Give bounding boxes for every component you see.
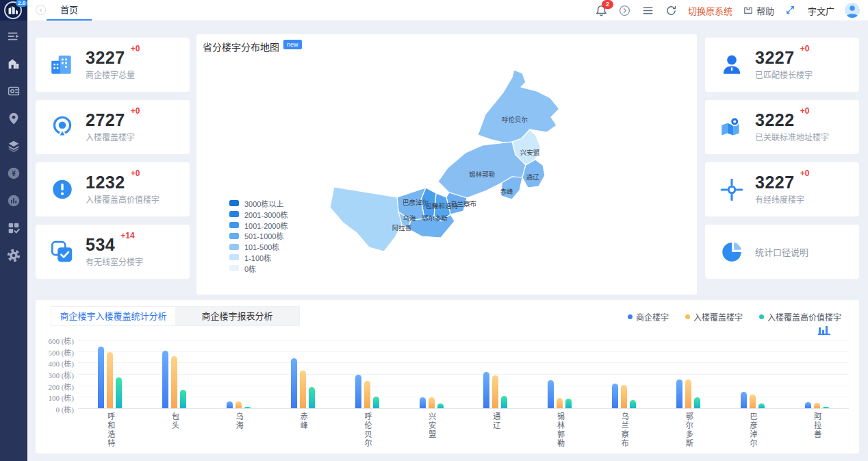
- bar-入楼覆盖高价值楼宇[interactable]: [244, 407, 251, 409]
- bar-group-呼伦贝尔: 呼伦贝尔: [335, 340, 399, 408]
- bar-商企楼宇[interactable]: [741, 392, 747, 408]
- stat-card-geocoded[interactable]: 3227 +0 有经纬度楼宇: [705, 162, 859, 216]
- legend-item-high-value[interactable]: 入楼覆盖高价值楼宇: [759, 311, 841, 323]
- stat-card-total-buildings[interactable]: 3227 +0 商企楼宇总量: [36, 38, 190, 92]
- collapse-tabs-icon[interactable]: ‹: [36, 5, 46, 15]
- bar-入楼覆盖高价值楼宇[interactable]: [565, 399, 572, 408]
- map-region-label: 巴彦淖尔: [403, 199, 429, 206]
- stat-card-high-value[interactable]: 1232 +0 入楼覆盖高价值楼宇: [36, 162, 190, 216]
- bar-商企楼宇[interactable]: [420, 397, 426, 408]
- legend-dot: [759, 314, 764, 319]
- pie-chart-icon: [719, 239, 745, 265]
- tab-home[interactable]: 首页: [47, 0, 92, 21]
- bar-商企楼宇[interactable]: [227, 401, 233, 408]
- bar-商企楼宇[interactable]: [676, 379, 682, 409]
- map-legend-item: 1-100栋: [229, 252, 288, 263]
- bar-入楼覆盖楼宇[interactable]: [621, 385, 627, 408]
- bar-入楼覆盖楼宇[interactable]: [685, 379, 691, 409]
- map-title: 省分楼宇分布地图: [203, 40, 279, 53]
- map-region-hulunbuir[interactable]: [478, 70, 559, 142]
- stat-card-statistics-note[interactable]: 统计口径说明: [705, 225, 859, 279]
- notification-bell-icon[interactable]: 2: [595, 4, 608, 17]
- bar-商企楼宇[interactable]: [612, 384, 618, 408]
- app-logo[interactable]: 2.0: [0, 0, 27, 21]
- sidebar-item-buildings-icon[interactable]: [6, 56, 21, 71]
- guide-arrow-icon[interactable]: [618, 4, 631, 17]
- switch-system-link[interactable]: 切换原系统: [688, 4, 732, 17]
- province-map[interactable]: 呼伦贝尔兴安盟锡林郭勒通辽赤峰乌兰察布呼和浩特包头巴彦淖尔鄂尔多斯乌海阿拉善: [294, 51, 582, 257]
- bar-group-锡林郭勒: 锡林郭勒: [528, 340, 592, 408]
- x-axis-label: 锡林郭勒: [556, 412, 564, 448]
- stat-value: 3227: [755, 174, 795, 191]
- bar-商企楼宇[interactable]: [291, 358, 297, 408]
- bar-入楼覆盖楼宇[interactable]: [171, 356, 177, 408]
- stat-card-coverage[interactable]: 2727 +0 入楼覆盖楼宇: [36, 100, 190, 154]
- y-axis-tick: 200 (栋): [37, 381, 74, 392]
- sidebar-item-currency-icon[interactable]: ¥: [6, 166, 21, 181]
- legend-item-enterprise[interactable]: 商企楼宇: [628, 311, 669, 323]
- bar-入楼覆盖高价值楼宇[interactable]: [309, 387, 315, 408]
- bar-商企楼宇[interactable]: [548, 380, 554, 408]
- bar-入楼覆盖楼宇[interactable]: [750, 395, 756, 408]
- right-stat-cards: 3227 +0 已匹配楼长楼宇 3222 +0 已关联标准地址楼宇 3227 +…: [705, 38, 859, 287]
- bar-入楼覆盖楼宇[interactable]: [429, 397, 435, 408]
- bar-group-鄂尔多斯: 鄂尔多斯: [656, 340, 720, 408]
- sidebar-item-apps-check-icon[interactable]: [6, 221, 21, 236]
- map-region-label: 锡林郭勒: [469, 171, 495, 178]
- bar-商企楼宇[interactable]: [98, 347, 104, 408]
- bar-商企楼宇[interactable]: [805, 402, 811, 408]
- bar-group-阿拉善: 阿拉善: [784, 340, 849, 408]
- bar-入楼覆盖高价值楼宇[interactable]: [694, 397, 700, 408]
- sidebar-item-settings-gear-icon[interactable]: [6, 248, 21, 263]
- bar-商企楼宇[interactable]: [483, 372, 489, 408]
- menu-hamburger-icon[interactable]: [641, 4, 654, 17]
- sidebar-item-card-icon[interactable]: [6, 84, 21, 99]
- bar-group-通辽: 通辽: [463, 340, 528, 408]
- bar-入楼覆盖高价值楼宇[interactable]: [180, 390, 186, 408]
- bar-入楼覆盖楼宇[interactable]: [557, 398, 563, 408]
- map-region-alxa[interactable]: [330, 187, 402, 251]
- bar-入楼覆盖高价值楼宇[interactable]: [116, 377, 122, 408]
- stat-card-std-address[interactable]: 3222 +0 已关联标准地址楼宇: [705, 100, 859, 154]
- map-region-label: 兴安盟: [520, 149, 540, 156]
- bar-商企楼宇[interactable]: [355, 375, 361, 408]
- bar-入楼覆盖高价值楼宇[interactable]: [437, 403, 444, 409]
- stat-label: 统计口径说明: [755, 245, 808, 258]
- fullscreen-expand-icon[interactable]: [784, 4, 797, 17]
- refresh-icon[interactable]: [665, 4, 678, 17]
- legend-item-coverage[interactable]: 入楼覆盖楼宇: [685, 311, 743, 323]
- bar-入楼覆盖楼宇[interactable]: [235, 401, 242, 408]
- bar-入楼覆盖楼宇[interactable]: [364, 381, 370, 408]
- help-button[interactable]: 帮助: [743, 4, 774, 17]
- bar-商企楼宇[interactable]: [162, 351, 168, 408]
- map-region-label: 呼伦贝尔: [502, 116, 528, 123]
- x-axis-label: 乌海: [235, 412, 243, 430]
- bar-入楼覆盖楼宇[interactable]: [300, 371, 306, 408]
- bar-入楼覆盖高价值楼宇[interactable]: [373, 397, 379, 409]
- sidebar-item-location-icon[interactable]: [6, 111, 21, 126]
- bar-入楼覆盖楼宇[interactable]: [814, 403, 820, 408]
- bar-入楼覆盖高价值楼宇[interactable]: [823, 407, 829, 409]
- legend-dot: [628, 314, 633, 319]
- stat-label: 入楼覆盖高价值楼宇: [86, 193, 159, 205]
- tab-coverage-analysis[interactable]: 商企楼宇入楼覆盖统计分析: [51, 307, 175, 325]
- stat-card-wireless[interactable]: 534 +14 有无线室分楼宇: [36, 225, 190, 279]
- tab-report-analysis[interactable]: 商企楼宇报表分析: [175, 307, 299, 325]
- analysis-tabs: 商企楼宇入楼覆盖统计分析 商企楼宇报表分析: [51, 306, 300, 326]
- bar-chart-plot: 呼和浩特包头乌海赤峰呼伦贝尔兴安盟通辽锡林郭勒乌兰察布鄂尔多斯巴彦淖尔阿拉善: [78, 340, 849, 408]
- chart-type-toggle-icon[interactable]: [818, 323, 830, 335]
- sidebar-item-layers-icon[interactable]: [6, 138, 21, 153]
- bar-入楼覆盖楼宇[interactable]: [107, 352, 113, 408]
- bar-入楼覆盖楼宇[interactable]: [492, 375, 498, 408]
- map-legend-item: 3000栋以上: [229, 198, 288, 209]
- sidebar-item-analytics-icon[interactable]: [6, 193, 21, 208]
- bar-入楼覆盖高价值楼宇[interactable]: [501, 396, 507, 408]
- bar-入楼覆盖高价值楼宇[interactable]: [630, 400, 636, 408]
- bar-入楼覆盖高价值楼宇[interactable]: [758, 403, 765, 409]
- stat-card-matched-manager[interactable]: 3227 +0 已匹配楼长楼宇: [705, 38, 859, 92]
- user-avatar[interactable]: [845, 3, 860, 18]
- username-text: 宇文广: [808, 4, 834, 17]
- svg-text:¥: ¥: [12, 170, 16, 177]
- map-pin-icon: [719, 114, 745, 140]
- collapse-menu-icon[interactable]: [6, 29, 21, 44]
